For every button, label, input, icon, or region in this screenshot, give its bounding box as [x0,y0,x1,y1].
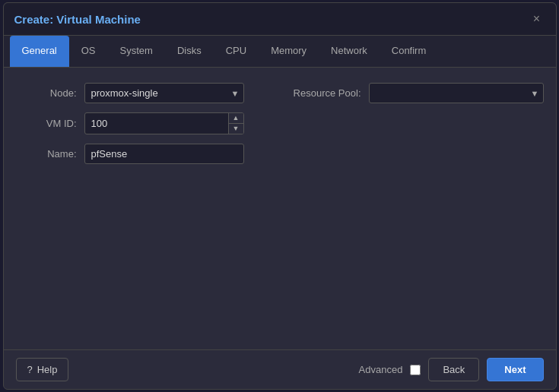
help-button[interactable]: ? Help [16,358,69,381]
tab-cpu[interactable]: CPU [214,36,259,67]
tab-system[interactable]: System [108,36,165,67]
tab-network[interactable]: Network [319,36,380,67]
node-select[interactable]: proxmox-single [84,83,244,103]
help-icon: ? [27,364,33,375]
tab-memory[interactable]: Memory [259,36,319,67]
dialog-title: Create: Virtual Machine [14,13,141,26]
dialog-footer: ? Help Advanced Back Next [4,349,556,389]
dialog-header: Create: Virtual Machine × [4,3,556,36]
form-grid: Node: proxmox-single ▼ VM ID: ▲ [16,83,544,164]
tab-disks[interactable]: Disks [165,36,214,67]
vmid-input[interactable] [85,114,228,133]
vmid-spinner-buttons: ▲ ▼ [228,113,243,134]
footer-left: ? Help [16,358,69,381]
resource-pool-label: Resource Pool: [278,87,361,99]
node-select-wrapper: proxmox-single ▼ [84,83,244,103]
name-row: Name: [16,144,262,164]
vmid-spinner: ▲ ▼ [84,112,244,134]
node-label: Node: [16,87,77,99]
create-vm-dialog: Create: Virtual Machine × General OS Sys… [3,2,557,390]
vmid-increment[interactable]: ▲ [229,113,243,124]
vmid-label: VM ID: [16,118,77,129]
name-label: Name: [16,148,77,160]
tab-confirm[interactable]: Confirm [380,36,439,67]
advanced-label: Advanced [359,364,403,375]
footer-right: Advanced Back Next [359,358,544,381]
advanced-checkbox[interactable] [410,365,421,375]
dialog-body: Node: proxmox-single ▼ VM ID: ▲ [4,68,556,349]
next-button[interactable]: Next [487,358,543,381]
node-row: Node: proxmox-single ▼ [16,83,262,103]
right-form-section: Resource Pool: ▼ [278,83,544,164]
back-button[interactable]: Back [428,358,479,381]
resource-pool-select[interactable] [369,83,544,103]
name-input[interactable] [84,144,244,164]
close-button[interactable]: × [529,11,545,27]
vmid-decrement[interactable]: ▼ [229,124,243,134]
resource-pool-row: Resource Pool: ▼ [278,83,544,103]
help-label: Help [37,364,58,375]
left-form-section: Node: proxmox-single ▼ VM ID: ▲ [16,83,262,164]
tab-general[interactable]: General [10,36,69,67]
vmid-row: VM ID: ▲ ▼ [16,112,262,134]
resource-pool-select-wrapper: ▼ [369,83,544,103]
tab-bar: General OS System Disks CPU Memory Netwo… [4,36,556,68]
tab-os[interactable]: OS [69,36,108,67]
